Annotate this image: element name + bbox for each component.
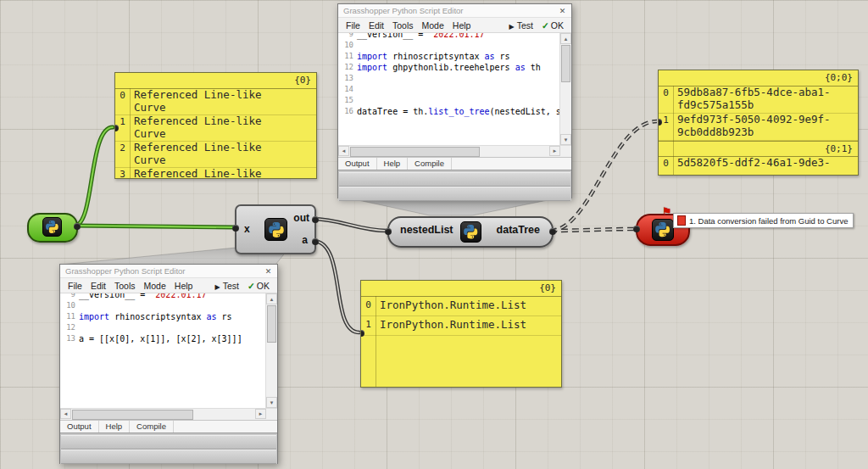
test-button[interactable]: ▶Test: [505, 20, 537, 31]
code-editor[interactable]: 9__version__ = "2022.01.17" 10 11import …: [60, 293, 277, 408]
wire-a-to-panel[interactable]: [313, 241, 359, 332]
console-bar: [339, 172, 570, 187]
row-index: 2: [115, 142, 130, 167]
row-index: 0: [659, 157, 673, 176]
titlebar[interactable]: Grasshopper Python Script Editor ✕: [60, 265, 277, 278]
tab-compile[interactable]: Compile: [408, 158, 452, 170]
line-number: 10: [60, 300, 79, 311]
menu-help[interactable]: Help: [448, 20, 476, 31]
tab-compile[interactable]: Compile: [130, 421, 174, 433]
scroll-left-icon[interactable]: ◄: [338, 146, 349, 156]
menu-file[interactable]: File: [64, 281, 86, 291]
row-index: 0: [659, 87, 673, 113]
line-number: 11: [338, 51, 357, 62]
output-out-grip[interactable]: [312, 216, 319, 223]
scroll-left-icon[interactable]: ◄: [60, 409, 71, 419]
close-icon[interactable]: ✕: [262, 267, 275, 276]
input-grip[interactable]: [633, 226, 640, 232]
close-icon[interactable]: ✕: [556, 7, 569, 15]
panel-path-label: {0}: [115, 73, 316, 89]
panel-row: 0 59db8a87-6fb5-4dce-aba1-fd9c575a155b: [659, 87, 858, 114]
editor-tabs: Output Help Compile: [60, 420, 277, 433]
console-bar: [61, 435, 276, 449]
scroll-right-icon[interactable]: ►: [255, 409, 266, 419]
list-to-tree-component[interactable]: nestedList dataTree: [387, 216, 554, 248]
scrollbar-thumb[interactable]: [72, 410, 193, 420]
scrollbar-thumb[interactable]: [267, 305, 276, 343]
panel-row: 3 Referenced Line-like Curve: [115, 168, 316, 179]
menu-tools[interactable]: Tools: [388, 20, 418, 31]
grasshopper-canvas[interactable]: {0} 0 Referenced Line-like Curve 1 Refer…: [0, 0, 868, 469]
python-icon: [42, 217, 62, 237]
line-number: 14: [338, 84, 357, 95]
horizontal-scrollbar[interactable]: ◄ ►: [60, 408, 277, 420]
scrollbar-thumb[interactable]: [561, 45, 570, 82]
python-editor-window-top[interactable]: Grasshopper Python Script Editor ✕ File …: [337, 3, 572, 198]
window-title: Grasshopper Python Script Editor: [65, 266, 262, 276]
tab-output[interactable]: Output: [338, 158, 377, 170]
input-x-grip[interactable]: [232, 225, 239, 232]
row-text: IronPython.Runtime.List: [376, 297, 561, 315]
ok-button[interactable]: ✓OK: [537, 20, 568, 31]
line-number: 10: [338, 40, 357, 51]
input-grip[interactable]: [385, 228, 392, 235]
menu-tools[interactable]: Tools: [110, 281, 140, 291]
tab-help[interactable]: Help: [377, 158, 409, 170]
menu-help[interactable]: Help: [170, 281, 198, 291]
code-lines: 9__version__ = "2022.01.17" 10 11import …: [60, 293, 266, 344]
error-message: 1. Data conversion failed from Guid to C…: [689, 216, 848, 226]
menu-mode[interactable]: Mode: [418, 20, 448, 31]
output-grip[interactable]: [74, 223, 81, 230]
input-x-label: x: [244, 223, 250, 235]
row-text: Referenced Line-like Curve: [130, 115, 285, 141]
row-text: 9efd973f-5050-4092-9e9f-9cb0dd8b923b: [673, 114, 858, 140]
python-icon: [652, 219, 674, 241]
menubar: File Edit Tools Mode Help ▶Test ✓OK: [60, 278, 277, 293]
menu-mode[interactable]: Mode: [140, 281, 170, 291]
error-flag-icon[interactable]: ⚑: [662, 205, 672, 218]
menu-edit[interactable]: Edit: [86, 281, 110, 291]
output-a-grip[interactable]: [312, 238, 319, 245]
code-editor[interactable]: 9__version__ = "2022.01.17" 10 11import …: [338, 33, 571, 145]
ghpython-source-component[interactable]: [27, 213, 78, 243]
row-text: Referenced Line-like Curve: [130, 89, 285, 114]
scroll-down-icon[interactable]: ▼: [560, 134, 571, 145]
python-editor-window-bottom[interactable]: Grasshopper Python Script Editor ✕ File …: [59, 264, 278, 464]
panel-row: 1 Referenced Line-like Curve: [115, 115, 316, 142]
check-icon: ✓: [542, 20, 549, 31]
horizontal-scrollbar[interactable]: ◄ ►: [338, 145, 571, 157]
python-script-component[interactable]: x out a: [235, 204, 316, 254]
panel-row: 1 IronPython.Runtime.List: [361, 316, 561, 336]
play-icon: ▶: [215, 283, 220, 291]
tab-output[interactable]: Output: [60, 421, 99, 433]
panel-guids[interactable]: {0;0} 0 59db8a87-6fb5-4dce-aba1-fd9c575a…: [658, 70, 859, 176]
scroll-right-icon[interactable]: ►: [549, 146, 560, 156]
line-number: 16: [338, 106, 357, 117]
menu-edit[interactable]: Edit: [364, 20, 388, 31]
titlebar[interactable]: Grasshopper Python Script Editor ✕: [338, 4, 571, 18]
menubar: File Edit Tools Mode Help ▶Test ✓OK: [338, 18, 571, 33]
line-number: 9: [60, 293, 79, 300]
scrollbar-thumb[interactable]: [350, 147, 480, 157]
panel-path-label: {0;0}: [659, 70, 858, 87]
scroll-up-icon[interactable]: ▲: [266, 293, 277, 304]
panel-curves[interactable]: {0} 0 Referenced Line-like Curve 1 Refer…: [114, 72, 317, 179]
scroll-up-icon[interactable]: ▲: [560, 33, 571, 44]
row-index: 1: [659, 114, 673, 140]
line-number: 13: [60, 333, 79, 344]
ok-button[interactable]: ✓OK: [243, 281, 274, 291]
output-grip[interactable]: [549, 228, 556, 235]
vertical-scrollbar[interactable]: ▲ ▼: [265, 293, 277, 408]
row-text: 59db8a87-6fb5-4dce-aba1-fd9c575a155b: [673, 87, 858, 113]
row-text: Referenced Line-like Curve: [130, 168, 285, 179]
wire-curves-to-panel[interactable]: [75, 127, 113, 226]
menu-file[interactable]: File: [342, 20, 364, 31]
row-text: Referenced Line-like Curve: [130, 142, 285, 167]
output-out-label: out: [293, 212, 309, 224]
row-index: 3: [115, 168, 130, 179]
scroll-down-icon[interactable]: ▼: [266, 397, 277, 408]
vertical-scrollbar[interactable]: ▲ ▼: [559, 33, 571, 145]
panel-lists[interactable]: {0} 0 IronPython.Runtime.List 1 IronPyth…: [360, 280, 562, 388]
test-button[interactable]: ▶Test: [211, 281, 243, 291]
tab-help[interactable]: Help: [99, 421, 131, 433]
